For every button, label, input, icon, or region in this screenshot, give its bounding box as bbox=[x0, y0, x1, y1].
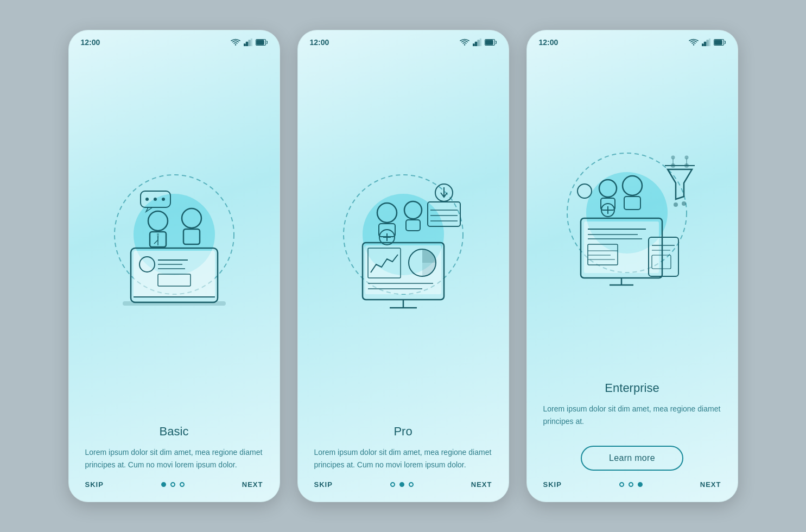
svg-rect-5 bbox=[257, 40, 264, 45]
content-area-enterprise: Enterprise Lorem ipsum dolor sit dim ame… bbox=[527, 376, 738, 471]
next-button-pro[interactable]: NEXT bbox=[471, 480, 492, 489]
dot-2-basic bbox=[170, 482, 175, 487]
svg-point-88 bbox=[674, 202, 678, 207]
svg-rect-57 bbox=[704, 42, 706, 47]
dot-3-enterprise bbox=[638, 482, 643, 487]
nav-dots-basic bbox=[161, 482, 185, 487]
svg-rect-29 bbox=[478, 40, 479, 46]
svg-rect-56 bbox=[702, 44, 703, 46]
skip-button-enterprise[interactable]: SKIP bbox=[543, 480, 562, 489]
wifi-icon bbox=[231, 39, 240, 46]
svg-rect-16 bbox=[123, 301, 226, 306]
bottom-nav-pro: SKIP NEXT bbox=[298, 471, 509, 502]
dot-2-enterprise bbox=[629, 482, 633, 487]
svg-point-24 bbox=[145, 198, 149, 201]
svg-rect-32 bbox=[486, 40, 493, 45]
svg-point-83 bbox=[577, 184, 592, 198]
signal-icon-pro bbox=[473, 39, 481, 46]
plan-desc-pro: Lorem ipsum dolor sit dim amet, mea regi… bbox=[314, 446, 492, 471]
svg-rect-3 bbox=[251, 39, 252, 46]
dot-3-basic bbox=[180, 482, 185, 487]
status-time-enterprise: 12:00 bbox=[539, 38, 559, 47]
svg-rect-27 bbox=[473, 44, 474, 46]
battery-icon-enterprise bbox=[714, 39, 726, 46]
screens-container: 12:00 bbox=[68, 30, 738, 502]
plan-title-enterprise: Enterprise bbox=[543, 381, 721, 395]
status-time-basic: 12:00 bbox=[81, 38, 100, 47]
nav-dots-enterprise bbox=[619, 482, 643, 487]
phone-screen-basic: 12:00 bbox=[68, 30, 280, 502]
svg-point-95 bbox=[684, 156, 688, 160]
status-time-pro: 12:00 bbox=[310, 38, 329, 47]
svg-rect-58 bbox=[707, 40, 708, 46]
dot-1-basic bbox=[161, 482, 166, 487]
svg-point-26 bbox=[162, 198, 165, 201]
dot-3-pro bbox=[409, 482, 414, 487]
dot-2-pro bbox=[399, 482, 404, 487]
basic-illustration bbox=[93, 156, 256, 319]
svg-rect-1 bbox=[246, 42, 247, 47]
svg-point-89 bbox=[682, 201, 686, 206]
battery-icon-pro bbox=[485, 39, 497, 46]
phone-screen-enterprise: 12:00 bbox=[526, 30, 738, 502]
plan-desc-basic: Lorem ipsum dolor sit dim amet, mea regi… bbox=[85, 446, 263, 471]
illustration-area-pro bbox=[298, 50, 509, 419]
signal-icon bbox=[244, 39, 252, 46]
dot-1-pro bbox=[390, 482, 395, 487]
skip-button-pro[interactable]: SKIP bbox=[314, 480, 333, 489]
battery-icon bbox=[256, 39, 268, 46]
enterprise-illustration bbox=[551, 134, 714, 297]
skip-button-basic[interactable]: SKIP bbox=[85, 480, 104, 489]
svg-rect-59 bbox=[709, 39, 710, 46]
next-button-enterprise[interactable]: NEXT bbox=[700, 480, 721, 489]
dot-1-enterprise bbox=[619, 482, 624, 487]
svg-rect-30 bbox=[480, 39, 481, 46]
plan-title-basic: Basic bbox=[85, 425, 263, 439]
status-icons-pro bbox=[460, 39, 497, 46]
illustration-area-basic bbox=[69, 50, 280, 419]
bottom-nav-basic: SKIP NEXT bbox=[69, 471, 280, 502]
svg-rect-2 bbox=[249, 40, 250, 46]
wifi-icon-pro bbox=[460, 39, 469, 46]
svg-rect-61 bbox=[715, 40, 722, 45]
svg-rect-28 bbox=[475, 42, 477, 47]
content-area-pro: Pro Lorem ipsum dolor sit dim amet, mea … bbox=[298, 419, 509, 471]
status-icons-basic bbox=[231, 39, 268, 46]
svg-rect-0 bbox=[244, 44, 245, 46]
svg-point-25 bbox=[154, 198, 157, 201]
svg-point-94 bbox=[671, 156, 675, 160]
plan-desc-enterprise: Lorem ipsum dolor sit dim amet, mea regi… bbox=[543, 403, 721, 427]
content-area-basic: Basic Lorem ipsum dolor sit dim amet, me… bbox=[69, 419, 280, 471]
illustration-area-enterprise bbox=[527, 50, 738, 376]
pro-illustration bbox=[322, 156, 485, 319]
phone-screen-pro: 12:00 bbox=[297, 30, 509, 502]
signal-icon-enterprise bbox=[702, 39, 710, 46]
plan-title-pro: Pro bbox=[314, 425, 492, 439]
status-bar-basic: 12:00 bbox=[69, 30, 280, 50]
bottom-nav-enterprise: SKIP NEXT bbox=[527, 471, 738, 502]
wifi-icon-enterprise bbox=[689, 39, 699, 46]
status-icons-enterprise bbox=[689, 39, 726, 46]
next-button-basic[interactable]: NEXT bbox=[242, 480, 263, 489]
status-bar-enterprise: 12:00 bbox=[527, 30, 738, 50]
status-bar-pro: 12:00 bbox=[298, 30, 509, 50]
nav-dots-pro bbox=[390, 482, 414, 487]
learn-more-button[interactable]: Learn more bbox=[581, 446, 683, 471]
